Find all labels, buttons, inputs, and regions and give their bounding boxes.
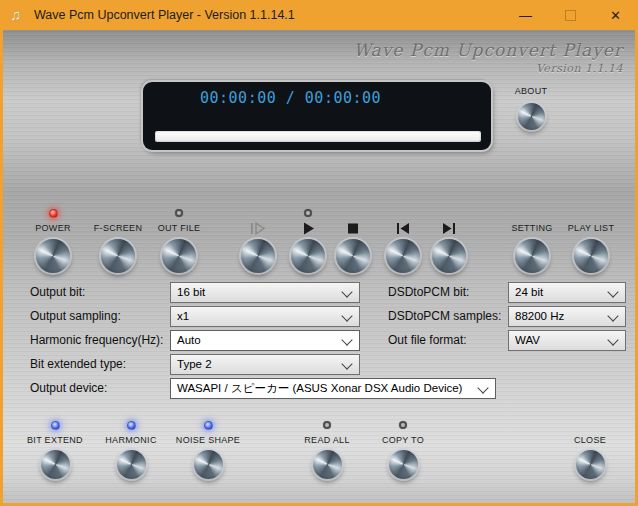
play-led	[304, 209, 312, 217]
play-knob[interactable]	[291, 239, 325, 273]
logo-title: Wave Pcm Upconvert Player	[354, 40, 623, 60]
minimize-button[interactable]: —	[503, 0, 548, 30]
playlist-label: PLAY LIST	[559, 222, 623, 235]
bit-extend-label: BIT EXTEND	[15, 434, 95, 446]
lcd-display: 00:00:00 / 00:00:00	[143, 82, 491, 150]
progress-bar[interactable]	[155, 131, 481, 142]
chevron-down-icon	[477, 382, 488, 393]
window-title: Wave Pcm Upconvert Player - Version 1.1.…	[34, 8, 295, 22]
caption-buttons: — ✕	[503, 0, 638, 30]
power-led	[49, 209, 58, 218]
bit-extended-type-value: Type 2	[177, 355, 339, 374]
read-all-knob[interactable]	[313, 450, 342, 479]
copy-to-led	[399, 421, 407, 429]
pause-knob[interactable]	[241, 239, 275, 273]
outfile-led	[175, 209, 183, 217]
maximize-button	[548, 0, 593, 30]
prev-knob[interactable]	[386, 239, 420, 273]
out-file-format-label: Out file format:	[388, 330, 467, 351]
bit-extended-type-select[interactable]: Type 2	[170, 354, 360, 375]
chevron-down-icon	[341, 286, 352, 297]
about-button-group: ABOUT	[501, 86, 561, 130]
output-device-label: Output device:	[30, 378, 107, 399]
harmonic-label: HARMONIC	[91, 434, 171, 446]
logo-version: Version 1.1.14	[354, 62, 623, 75]
output-sampling-value: x1	[177, 307, 339, 326]
read-all-group: READ ALL	[287, 418, 367, 479]
output-sampling-label: Output sampling:	[30, 306, 121, 327]
title-bar: ♫ Wave Pcm Upconvert Player - Version 1.…	[0, 0, 638, 30]
close-group: CLOSE	[550, 418, 630, 479]
logo: Wave Pcm Upconvert Player Version 1.1.14	[354, 40, 623, 75]
chevron-down-icon	[341, 358, 352, 369]
fscreen-knob[interactable]	[101, 239, 135, 273]
outfile-group: OUT FILE	[147, 206, 211, 273]
chevron-down-icon	[607, 310, 618, 321]
stop-knob[interactable]	[336, 239, 370, 273]
out-file-format-select[interactable]: WAV	[508, 330, 626, 351]
fscreen-group: F-SCREEN	[86, 206, 150, 273]
out-file-format-value: WAV	[515, 331, 605, 350]
outfile-knob[interactable]	[162, 239, 196, 273]
harmonic-frequency-label: Harmonic frequency(Hz):	[30, 330, 163, 351]
output-device-select[interactable]: WASAPI / スピーカー (ASUS Xonar DSX Audio Dev…	[170, 378, 496, 399]
maximize-icon	[565, 10, 576, 21]
output-device-value: WASAPI / スピーカー (ASUS Xonar DSX Audio Dev…	[177, 379, 475, 398]
output-sampling-select[interactable]: x1	[170, 306, 360, 327]
bit-extend-led	[51, 421, 60, 430]
copy-to-knob[interactable]	[389, 450, 418, 479]
dsdtopcm-bit-select[interactable]: 24 bit	[508, 282, 626, 303]
noise-shape-knob[interactable]	[194, 450, 223, 479]
fscreen-label: F-SCREEN	[86, 222, 150, 235]
next-knob[interactable]	[432, 239, 466, 273]
noise-shape-led	[204, 421, 213, 430]
output-bit-select[interactable]: 16 bit	[170, 282, 360, 303]
noise-shape-label: NOISE SHAPE	[168, 434, 248, 446]
harmonic-group: HARMONIC	[91, 418, 171, 479]
next-icon	[417, 222, 481, 235]
close-knob[interactable]	[576, 450, 605, 479]
output-bit-value: 16 bit	[177, 283, 339, 302]
minimize-icon: —	[519, 8, 532, 23]
harmonic-frequency-select[interactable]: Auto	[170, 330, 360, 351]
bit-extended-type-label: Bit extended type:	[30, 354, 126, 375]
app-window: ♫ Wave Pcm Upconvert Player - Version 1.…	[0, 0, 638, 506]
read-all-label: READ ALL	[287, 434, 367, 446]
chevron-down-icon	[607, 334, 618, 345]
about-label: ABOUT	[501, 86, 561, 96]
setting-label: SETTING	[500, 222, 564, 235]
time-readout: 00:00:00 / 00:00:00	[200, 89, 381, 107]
noise-shape-group: NOISE SHAPE	[168, 418, 248, 479]
dsdtopcm-samples-select[interactable]: 88200 Hz	[508, 306, 626, 327]
dsdtopcm-bit-label: DSDtoPCM bit:	[388, 282, 469, 303]
playlist-knob[interactable]	[574, 239, 608, 273]
close-icon: ✕	[610, 8, 621, 23]
harmonic-led	[127, 421, 136, 430]
dsdtopcm-samples-value: 88200 Hz	[515, 307, 605, 326]
bit-extend-group: BIT EXTEND	[15, 418, 95, 479]
close-button[interactable]: ✕	[593, 0, 638, 30]
harmonic-knob[interactable]	[117, 450, 146, 479]
harmonic-frequency-value: Auto	[177, 331, 339, 350]
power-label: POWER	[21, 222, 85, 235]
chevron-down-icon	[607, 286, 618, 297]
playlist-group: PLAY LIST	[559, 206, 623, 273]
dsdtopcm-bit-value: 24 bit	[515, 283, 605, 302]
chevron-down-icon	[341, 334, 352, 345]
power-knob[interactable]	[36, 239, 70, 273]
about-knob[interactable]	[518, 103, 545, 130]
setting-knob[interactable]	[515, 239, 549, 273]
bit-extend-knob[interactable]	[41, 450, 70, 479]
next-group	[417, 206, 481, 273]
output-bit-label: Output bit:	[30, 282, 85, 303]
close-knob-label: CLOSE	[550, 434, 630, 446]
power-group: POWER	[21, 206, 85, 273]
dsdtopcm-samples-label: DSDtoPCM samples:	[388, 306, 501, 327]
chevron-down-icon	[341, 310, 352, 321]
read-all-led	[323, 421, 331, 429]
copy-to-label: COPY TO	[363, 434, 443, 446]
main-panel: Wave Pcm Upconvert Player Version 1.1.14…	[0, 30, 638, 506]
copy-to-group: COPY TO	[363, 418, 443, 479]
outfile-label: OUT FILE	[147, 222, 211, 235]
app-music-note-icon: ♫	[10, 7, 26, 23]
